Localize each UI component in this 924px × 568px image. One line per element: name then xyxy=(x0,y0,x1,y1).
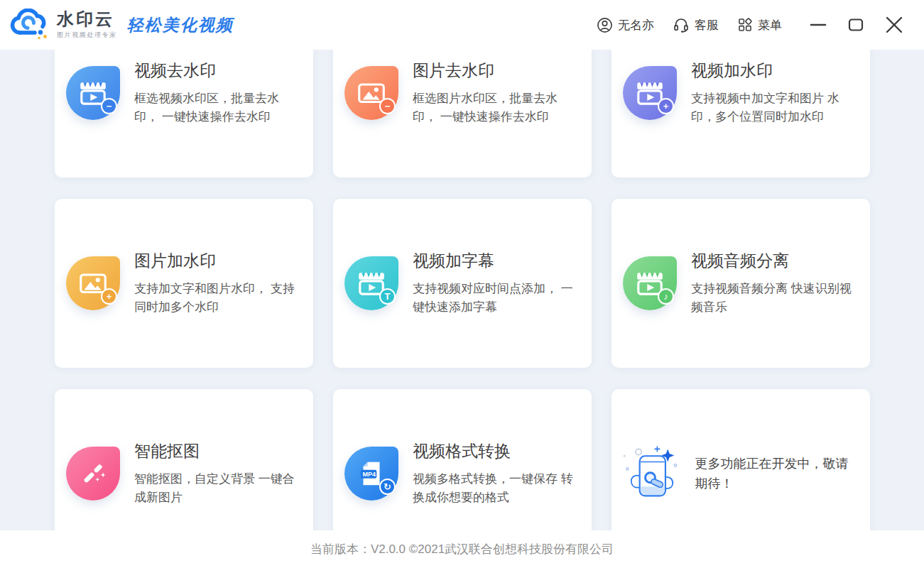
card-title: 视频格式转换 xyxy=(413,440,580,462)
card-more-features: 更多功能正在开发中，敬请期待！ xyxy=(612,389,870,530)
user-name-label: 无名亦 xyxy=(618,17,654,33)
headset-icon xyxy=(673,16,690,33)
image-icon: − xyxy=(344,66,398,120)
card-image-add-watermark[interactable]: + 图片加水印 支持加文字和图片水印， 支持同时加多个水印 xyxy=(55,199,313,368)
card-video-format-convert[interactable]: MP4 ↻ 视频格式转换 视频多格式转换，一键保存 转换成你想要的格式 xyxy=(333,389,592,530)
card-desc: 支持视频对应时间点添加， 一键快速添加字幕 xyxy=(413,280,580,317)
video-clapper-icon: ♪ xyxy=(623,256,677,310)
card-desc: 框选图片水印区，批量去水印， 一键快速操作去水印 xyxy=(413,89,580,126)
video-clapper-icon: − xyxy=(66,66,120,120)
app-slogan: 轻松美化视频 xyxy=(127,14,234,36)
text-badge-icon: T xyxy=(379,288,396,305)
titlebar: 水印云 图片视频处理专家 轻松美化视频 无名亦 客服 xyxy=(0,0,924,50)
card-video-add-subtitle[interactable]: T 视频加字幕 支持视频对应时间点添加， 一键快速添加字幕 xyxy=(333,199,592,368)
app-logo: 水印云 图片视频处理专家 xyxy=(10,9,117,41)
feature-grid: − 视频去水印 框选视频水印区，批量去水印， 一键快速操作去水印 − 图片去水印… xyxy=(55,50,870,530)
app-name: 水印云 xyxy=(57,10,117,28)
maximize-button[interactable] xyxy=(847,16,865,34)
minus-badge-icon: − xyxy=(101,98,117,114)
card-desc: 支持视频中加文字和图片 水印，多个位置同时加水印 xyxy=(691,89,859,126)
magic-wand-icon xyxy=(66,447,120,501)
minimize-icon xyxy=(809,16,827,34)
plus-badge-icon: + xyxy=(658,98,674,114)
customer-service-label: 客服 xyxy=(695,17,719,33)
card-title: 视频加水印 xyxy=(691,60,859,82)
minus-badge-icon: − xyxy=(379,98,396,114)
customer-service-button[interactable]: 客服 xyxy=(673,16,719,33)
card-video-add-watermark[interactable]: + 视频加水印 支持视频中加文字和图片 水印，多个位置同时加水印 xyxy=(612,50,870,178)
image-icon: + xyxy=(66,256,120,310)
maximize-icon xyxy=(847,16,865,34)
main-content: − 视频去水印 框选视频水印区，批量去水印， 一键快速操作去水印 − 图片去水印… xyxy=(0,50,924,530)
card-title: 视频去水印 xyxy=(134,60,302,82)
card-desc: 支持视频音频分离 快速识别视频音乐 xyxy=(691,280,859,317)
card-title: 智能抠图 xyxy=(134,440,302,462)
card-title: 视频加字幕 xyxy=(413,250,580,272)
card-video-audio-separate[interactable]: ♪ 视频音频分离 支持视频音频分离 快速识别视频音乐 xyxy=(612,199,870,368)
card-desc: 视频多格式转换，一键保存 转换成你想要的格式 xyxy=(413,470,580,507)
video-clapper-icon: T xyxy=(344,256,398,310)
cloud-logo-icon xyxy=(10,9,51,41)
card-smart-cutout[interactable]: 智能抠图 智能抠图，自定义背景 一键合成新图片 xyxy=(55,389,313,530)
user-account-button[interactable]: 无名亦 xyxy=(597,17,654,33)
more-features-text: 更多功能正在开发中，敬请期待！ xyxy=(695,454,859,493)
card-desc: 支持加文字和图片水印， 支持同时加多个水印 xyxy=(134,280,302,317)
svg-text:MP4: MP4 xyxy=(362,471,375,478)
video-clapper-icon: + xyxy=(623,66,677,120)
close-button[interactable] xyxy=(884,15,904,35)
mp4-file-icon: MP4 ↻ xyxy=(344,447,398,501)
card-title: 图片去水印 xyxy=(413,60,580,82)
card-title: 图片加水印 xyxy=(134,250,302,272)
card-desc: 智能抠图，自定义背景 一键合成新图片 xyxy=(134,470,302,507)
menu-button[interactable]: 菜单 xyxy=(737,17,782,33)
user-icon xyxy=(597,17,613,33)
menu-label: 菜单 xyxy=(758,17,782,33)
grid-menu-icon xyxy=(737,17,753,33)
version-text: 当前版本：V2.0.0 ©2021武汉联合创想科技股份有限公司 xyxy=(310,541,614,557)
under-construction-illustration-icon xyxy=(619,439,687,508)
card-title: 视频音频分离 xyxy=(691,250,859,272)
plus-badge-icon: + xyxy=(101,288,117,305)
card-desc: 框选视频水印区，批量去水印， 一键快速操作去水印 xyxy=(134,89,302,126)
convert-badge-icon: ↻ xyxy=(379,479,396,495)
card-video-remove-watermark[interactable]: − 视频去水印 框选视频水印区，批量去水印， 一键快速操作去水印 xyxy=(55,50,313,178)
app-tagline: 图片视频处理专家 xyxy=(57,31,117,40)
minimize-button[interactable] xyxy=(809,16,827,34)
close-icon xyxy=(884,15,904,35)
music-note-badge-icon: ♪ xyxy=(658,288,674,305)
card-image-remove-watermark[interactable]: − 图片去水印 框选图片水印区，批量去水印， 一键快速操作去水印 xyxy=(333,50,592,178)
footer: 当前版本：V2.0.0 ©2021武汉联合创想科技股份有限公司 xyxy=(0,530,924,568)
